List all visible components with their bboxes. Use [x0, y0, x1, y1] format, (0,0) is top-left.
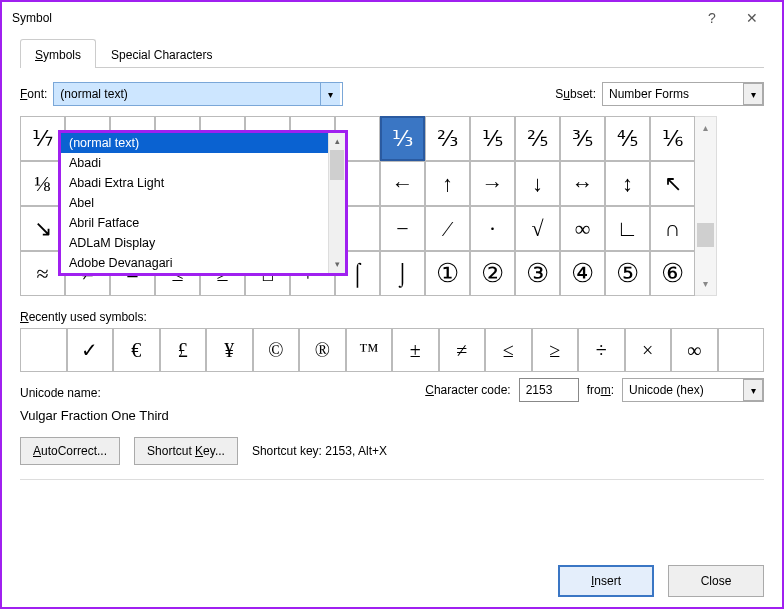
font-label: Font: [20, 87, 47, 101]
symbol-cell[interactable]: √ [515, 206, 560, 251]
scroll-thumb[interactable] [697, 223, 714, 247]
symbol-cell[interactable]: ↑ [425, 161, 470, 206]
recent-symbol-cell[interactable]: ∞ [671, 328, 718, 372]
recent-symbol-cell[interactable]: ± [392, 328, 439, 372]
dropdown-scrollbar[interactable]: ▴ ▾ [328, 133, 345, 273]
from-input[interactable] [623, 383, 743, 397]
font-input[interactable] [54, 83, 320, 105]
recent-symbols-row: ✓€£¥©®™±≠≤≥÷×∞ [20, 328, 764, 372]
symbol-cell[interactable]: ⅘ [605, 116, 650, 161]
shortcut-key-text: Shortcut key: 2153, Alt+X [252, 444, 387, 458]
chevron-down-icon[interactable]: ▾ [743, 379, 763, 401]
symbol-cell[interactable]: ⌡ [380, 251, 425, 296]
font-option[interactable]: Abel [61, 193, 328, 213]
symbol-cell[interactable]: ↓ [515, 161, 560, 206]
subset-combo[interactable]: ▾ [602, 82, 764, 106]
close-window-button[interactable]: ✕ [732, 10, 772, 26]
symbol-cell[interactable]: ∩ [650, 206, 695, 251]
symbol-cell[interactable]: − [380, 206, 425, 251]
symbol-cell[interactable]: ⅓ [380, 116, 425, 161]
symbol-cell[interactable]: ↖ [650, 161, 695, 206]
symbol-cell[interactable]: → [470, 161, 515, 206]
dialog-footer: Insert Close [558, 565, 764, 597]
scroll-up-icon[interactable]: ▴ [329, 133, 345, 150]
recent-label: Recently used symbols: [20, 310, 764, 324]
scroll-thumb[interactable] [330, 150, 344, 180]
unicode-name: Vulgar Fraction One Third [20, 408, 764, 423]
recent-symbol-cell[interactable]: × [625, 328, 672, 372]
scroll-down-icon[interactable]: ▾ [329, 256, 345, 273]
font-option[interactable]: ADLaM Display [61, 233, 328, 253]
close-button[interactable]: Close [668, 565, 764, 597]
chevron-down-icon[interactable]: ▾ [320, 83, 340, 105]
symbol-cell[interactable]: ④ [560, 251, 605, 296]
symbol-cell[interactable]: ∞ [560, 206, 605, 251]
autocorrect-button[interactable]: AutoCorrect... [20, 437, 120, 465]
symbol-cell[interactable]: ⅖ [515, 116, 560, 161]
recent-symbol-cell[interactable]: ÷ [578, 328, 625, 372]
titlebar: Symbol ? ✕ [2, 2, 782, 34]
scroll-down-icon[interactable]: ▾ [695, 273, 716, 295]
recent-symbol-cell[interactable]: ≤ [485, 328, 532, 372]
symbol-cell[interactable]: ⅕ [470, 116, 515, 161]
font-dropdown-list[interactable]: (normal text)AbadiAbadi Extra LightAbelA… [58, 130, 348, 276]
tab-symbols[interactable]: Symbols [20, 39, 96, 68]
recent-symbol-cell[interactable]: ™ [346, 328, 393, 372]
from-combo[interactable]: ▾ [622, 378, 764, 402]
character-code-label: Character code: [425, 383, 510, 397]
symbol-cell[interactable]: ① [425, 251, 470, 296]
recent-symbol-cell[interactable]: £ [160, 328, 207, 372]
symbol-cell[interactable]: ∙ [470, 206, 515, 251]
symbol-cell[interactable]: ∟ [605, 206, 650, 251]
symbol-cell[interactable]: ↕ [605, 161, 650, 206]
symbol-cell[interactable]: ↔ [560, 161, 605, 206]
font-option[interactable]: Abril Fatface [61, 213, 328, 233]
subset-input[interactable] [603, 87, 743, 101]
tab-special-characters[interactable]: Special Characters [96, 39, 227, 68]
subset-label: Subset: [555, 87, 596, 101]
font-option[interactable]: Abadi [61, 153, 328, 173]
symbol-cell[interactable]: ③ [515, 251, 560, 296]
symbol-cell[interactable]: ⅙ [650, 116, 695, 161]
chevron-down-icon[interactable]: ▾ [743, 83, 763, 105]
character-code-input[interactable] [519, 378, 579, 402]
font-option[interactable]: (normal text) [61, 133, 328, 153]
recent-symbol-cell[interactable]: ✓ [67, 328, 114, 372]
font-option[interactable]: Abadi Extra Light [61, 173, 328, 193]
grid-scrollbar[interactable]: ▴ ▾ [695, 116, 717, 296]
symbol-cell[interactable]: ⑥ [650, 251, 695, 296]
from-label: from: [587, 383, 614, 397]
scroll-up-icon[interactable]: ▴ [695, 117, 716, 139]
symbol-cell[interactable]: ← [380, 161, 425, 206]
recent-symbol-cell[interactable] [20, 328, 67, 372]
symbol-cell[interactable]: ⅔ [425, 116, 470, 161]
recent-symbol-cell[interactable]: € [113, 328, 160, 372]
symbol-cell[interactable]: ⑤ [605, 251, 650, 296]
insert-button[interactable]: Insert [558, 565, 654, 597]
font-combo[interactable]: ▾ [53, 82, 343, 106]
font-option[interactable]: Adobe Devanagari [61, 253, 328, 273]
recent-symbol-cell[interactable]: ≥ [532, 328, 579, 372]
recent-symbol-cell[interactable]: © [253, 328, 300, 372]
window-title: Symbol [12, 11, 692, 25]
recent-symbol-cell[interactable]: ® [299, 328, 346, 372]
shortcut-key-button[interactable]: Shortcut Key... [134, 437, 238, 465]
symbol-cell[interactable]: ∕ [425, 206, 470, 251]
tab-strip: Symbols Special Characters [20, 38, 764, 68]
recent-symbol-cell[interactable] [718, 328, 765, 372]
recent-symbol-cell[interactable]: ¥ [206, 328, 253, 372]
symbol-cell[interactable]: ⅗ [560, 116, 605, 161]
recent-symbol-cell[interactable]: ≠ [439, 328, 486, 372]
help-button[interactable]: ? [692, 10, 732, 26]
symbol-cell[interactable]: ② [470, 251, 515, 296]
symbol-dialog: Symbol ? ✕ Symbols Special Characters Fo… [0, 0, 784, 609]
